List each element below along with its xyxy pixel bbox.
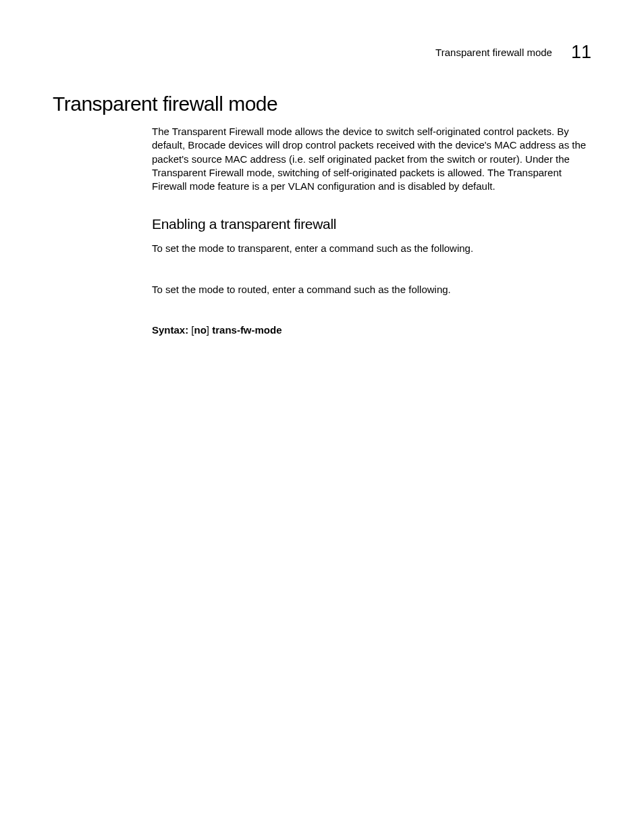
header-chapter-number: 11 [571,42,591,63]
intro-paragraph: The Transparent Firewall mode allows the… [152,125,592,193]
section-heading: Transparent firewall mode [53,93,277,115]
syntax-line: Syntax: [no] trans-fw-mode [152,323,592,337]
syntax-command: trans-fw-mode [212,324,281,336]
instruction-2: To set the mode to routed, enter a comma… [152,283,592,296]
header-title: Transparent firewall mode [435,47,552,58]
sub-heading: Enabling a transparent firewall [152,216,592,232]
instruction-1: To set the mode to transparent, enter a … [152,242,592,255]
body-content: The Transparent Firewall mode allows the… [152,125,592,337]
syntax-no: no [194,324,207,336]
syntax-label: Syntax: [152,324,188,336]
page-header: Transparent firewall mode 11 [435,42,591,63]
syntax-bracket-close: ] [207,324,209,336]
